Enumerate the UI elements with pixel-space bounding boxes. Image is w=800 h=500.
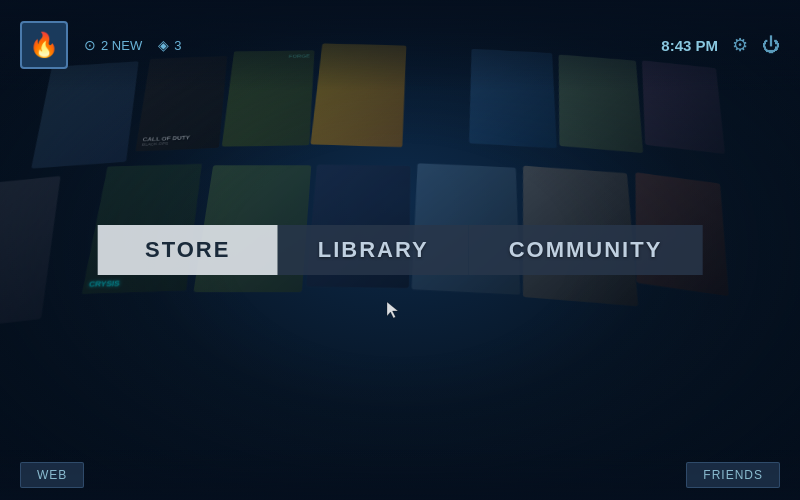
notification-new-label: 2 NEW [101,38,142,53]
notifications-area: ⊙ 2 NEW ◈ 3 [84,37,181,53]
notification-count-icon: ◈ [158,37,169,53]
tab-library[interactable]: LIBRARY [278,225,469,275]
clock-display: 8:43 PM [661,37,718,54]
notification-item-new[interactable]: ⊙ 2 NEW [84,37,142,53]
friends-button[interactable]: FRIENDS [686,462,780,488]
header: 🔥 ⊙ 2 NEW ◈ 3 8:43 PM ⚙ ⏻ [0,0,800,90]
tab-community[interactable]: COMMUNITY [469,225,703,275]
settings-button[interactable]: ⚙ [732,34,748,56]
cursor [385,300,401,320]
footer: WEB FRIENDS [0,450,800,500]
web-button[interactable]: WEB [20,462,84,488]
navigation-bar: STORE LIBRARY COMMUNITY [98,225,703,275]
steam-logo[interactable]: 🔥 [20,21,68,69]
notification-icon: ⊙ [84,37,96,53]
flame-icon: 🔥 [29,31,59,59]
tab-store[interactable]: STORE [98,225,278,275]
notification-count-label: 3 [174,38,181,53]
header-right: 8:43 PM ⚙ ⏻ [661,34,780,56]
power-button[interactable]: ⏻ [762,35,780,56]
notification-item-count[interactable]: ◈ 3 [158,37,181,53]
